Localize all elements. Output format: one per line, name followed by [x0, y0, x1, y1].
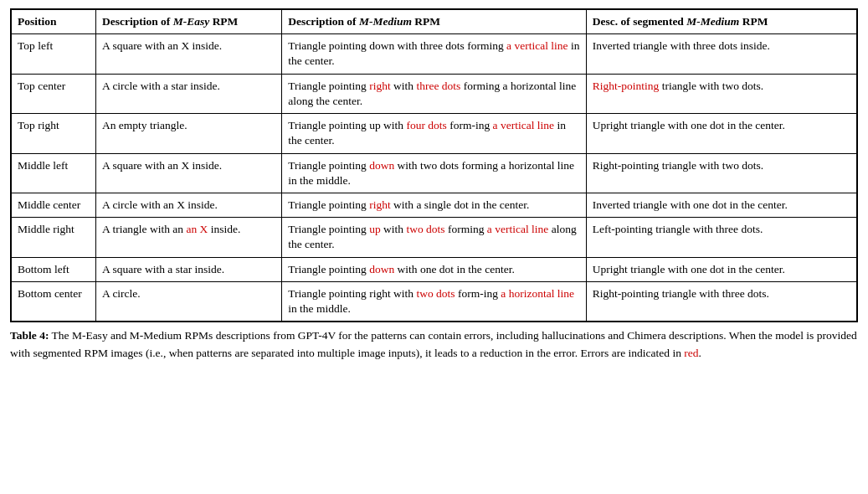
cell-easy: A circle. [96, 281, 282, 321]
header-medium: Description of M-Medium RPM [282, 10, 587, 34]
cell-seg: Inverted triangle with one dot in the ce… [586, 193, 856, 217]
cell-medium: Triangle pointing down with one dot in t… [282, 257, 587, 281]
caption-label: Table 4: [10, 329, 49, 342]
main-table-container: Position Description of M-Easy RPM Descr… [10, 8, 858, 322]
table-row: Top centerA circle with a star inside.Tr… [12, 74, 857, 113]
header-position: Position [12, 10, 96, 34]
cell-medium: Triangle pointing down with two dots for… [282, 153, 587, 193]
data-table: Position Description of M-Easy RPM Descr… [11, 9, 857, 322]
cell-position: Bottom center [12, 281, 96, 321]
cell-position: Top center [12, 74, 96, 113]
cell-position: Top left [12, 34, 96, 74]
cell-seg: Inverted triangle with three dots inside… [586, 34, 856, 74]
caption-text: The M-Easy and M-Medium RPMs description… [10, 329, 857, 358]
cell-easy: A triangle with an an X inside. [96, 218, 282, 257]
table-row: Middle rightA triangle with an an X insi… [12, 218, 857, 257]
cell-medium: Triangle pointing right with three dots … [282, 74, 587, 113]
cell-medium: Triangle pointing right with a single do… [282, 193, 587, 217]
cell-seg: Upright triangle with one dot in the cen… [586, 257, 856, 281]
cell-easy: A square with an X inside. [96, 34, 282, 74]
cell-position: Top right [12, 114, 96, 153]
cell-medium: Triangle pointing up with four dots form… [282, 114, 587, 153]
table-row: Top leftA square with an X inside.Triang… [12, 34, 857, 74]
cell-easy: A square with an X inside. [96, 153, 282, 193]
cell-easy: A square with a star inside. [96, 257, 282, 281]
cell-medium: Triangle pointing up with two dots formi… [282, 218, 587, 257]
header-easy: Description of M-Easy RPM [96, 10, 282, 34]
cell-easy: An empty triangle. [96, 114, 282, 153]
cell-seg: Upright triangle with one dot in the cen… [586, 114, 856, 153]
header-seg: Desc. of segmented M-Medium RPM [586, 10, 856, 34]
cell-medium: Triangle pointing down with three dots f… [282, 34, 587, 74]
cell-seg: Right-pointing triangle with two dots. [586, 74, 856, 113]
caption-red-word: red [684, 347, 698, 359]
table-caption: Table 4: The M-Easy and M-Medium RPMs de… [10, 327, 858, 362]
table-row: Bottom leftA square with a star inside.T… [12, 257, 857, 281]
table-row: Bottom centerA circle.Triangle pointing … [12, 281, 857, 321]
table-row: Middle leftA square with an X inside.Tri… [12, 153, 857, 193]
cell-seg: Left-pointing triangle with three dots. [586, 218, 856, 257]
table-row: Top rightAn empty triangle.Triangle poin… [12, 114, 857, 153]
cell-easy: A circle with a star inside. [96, 74, 282, 113]
cell-seg: Right-pointing triangle with three dots. [586, 281, 856, 321]
cell-seg: Right-pointing triangle with two dots. [586, 153, 856, 193]
cell-position: Middle right [12, 218, 96, 257]
caption-end: . [699, 347, 701, 359]
table-row: Middle centerA circle with an X inside.T… [12, 193, 857, 217]
cell-position: Middle left [12, 153, 96, 193]
cell-position: Middle center [12, 193, 96, 217]
cell-position: Bottom left [12, 257, 96, 281]
cell-medium: Triangle pointing right with two dots fo… [282, 281, 587, 321]
cell-easy: A circle with an X inside. [96, 193, 282, 217]
